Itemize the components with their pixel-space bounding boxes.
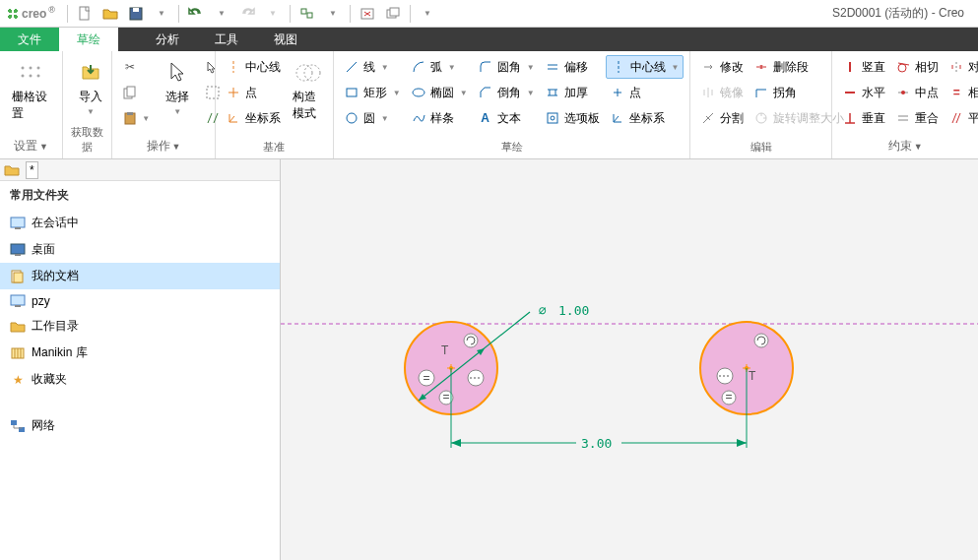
copy-button[interactable] <box>118 81 154 104</box>
title-bar: creo® ▼ ▼ ▼ ▼ ▼ S2D0001 (活动的) - Creo <box>0 0 978 28</box>
tree-item-network[interactable]: 网络 <box>0 412 280 439</box>
tree-tab-2[interactable]: * <box>26 161 38 179</box>
group-label-ops[interactable]: 操作▼ <box>118 136 209 156</box>
line-icon <box>344 59 359 75</box>
paste-button[interactable]: ▼ <box>118 106 154 130</box>
datum-centerline-button[interactable]: 中心线 <box>222 55 285 79</box>
tree-tab-1[interactable] <box>4 163 20 177</box>
save-dropdown-icon[interactable]: ▼ <box>153 5 170 23</box>
svg-point-13 <box>37 75 39 77</box>
thicken-icon <box>545 85 560 100</box>
select-button[interactable]: 选择 ▼ <box>156 55 199 120</box>
import-button[interactable]: 导入 ▼ <box>69 55 112 120</box>
group-label-settings[interactable]: 设置▼ <box>6 136 56 156</box>
equal-button[interactable]: =相等 <box>945 81 978 104</box>
close-window-icon[interactable] <box>359 5 376 23</box>
svg-point-24 <box>347 113 357 123</box>
save-icon[interactable] <box>127 5 145 23</box>
parallel-button[interactable]: 平行 <box>945 106 978 130</box>
tree-item-session[interactable]: 在会话中 <box>0 210 280 236</box>
open-file-icon[interactable] <box>101 5 119 23</box>
tree-item-workdir[interactable]: 工作目录 <box>0 313 280 340</box>
sketch-point-button[interactable]: 点 <box>606 81 685 104</box>
offset-button[interactable]: 偏移 <box>541 55 604 79</box>
rect-icon <box>344 85 359 100</box>
svg-line-40 <box>956 113 960 123</box>
datum-csys-button[interactable]: 坐标系 <box>222 106 285 130</box>
qat-customize-icon[interactable]: ▼ <box>419 5 436 23</box>
spline-button[interactable]: 样条 <box>407 106 472 130</box>
menu-sketch[interactable]: 草绘 <box>59 28 118 51</box>
windows-icon[interactable] <box>384 5 402 23</box>
import-icon <box>75 59 106 87</box>
ellipse-button[interactable]: 椭圆▼ <box>407 81 472 104</box>
coincident-button[interactable]: 重合 <box>891 106 943 130</box>
mirror-icon <box>700 85 716 100</box>
tree-item-favorites[interactable]: ★收藏夹 <box>0 366 280 393</box>
circle-icon <box>344 110 359 126</box>
tangent-button[interactable]: 相切 <box>891 55 943 79</box>
undo-icon[interactable] <box>187 5 205 23</box>
diameter-value[interactable]: 1.00 <box>558 303 589 318</box>
midpoint-button[interactable]: 中点 <box>891 81 943 104</box>
sketch-csys-button[interactable]: 坐标系 <box>606 106 685 130</box>
group-label-constrain[interactable]: 约束▼ <box>838 136 972 156</box>
symmetric-button[interactable]: 对称 <box>945 55 978 79</box>
scissors-icon: ✂ <box>122 59 138 75</box>
tree-item-documents[interactable]: 我的文档 <box>0 263 280 289</box>
svg-rect-15 <box>127 87 135 96</box>
line-button[interactable]: 线▼ <box>340 55 405 79</box>
text-button[interactable]: A文本 <box>474 106 539 130</box>
ribbon-group-grid: 栅格设置 设置▼ <box>0 51 63 158</box>
menu-analysis[interactable]: 分析 <box>138 28 197 51</box>
regen-icon[interactable] <box>298 5 316 23</box>
menu-view[interactable]: 视图 <box>256 28 315 51</box>
cut-button[interactable]: ✂ <box>118 55 154 79</box>
svg-text:=: = <box>423 371 429 385</box>
thicken-button[interactable]: 加厚 <box>541 81 604 104</box>
rect-button[interactable]: 矩形▼ <box>340 81 405 104</box>
redo-icon[interactable] <box>238 5 256 23</box>
svg-rect-46 <box>14 273 23 282</box>
sketch-canvas[interactable]: = = T = T ⌀ 1.00 3.00 <box>281 159 978 560</box>
svg-rect-53 <box>11 420 17 425</box>
menu-file[interactable]: 文件 <box>0 28 59 51</box>
delete-icon <box>753 59 769 75</box>
svg-line-39 <box>952 113 956 123</box>
palette-button[interactable]: 选项板 <box>541 106 604 130</box>
tree-item-manikin[interactable]: Manikin 库 <box>0 340 280 366</box>
sketch-centerline-button[interactable]: 中心线▼ <box>606 55 685 79</box>
tree-item-desktop[interactable]: 桌面 <box>0 236 280 263</box>
tree-item-pzy[interactable]: pzy <box>0 289 280 313</box>
construct-mode-button[interactable]: 构造模式 <box>287 55 330 126</box>
chamfer-button[interactable]: 倒角▼ <box>474 81 539 104</box>
redo-dropdown-icon[interactable]: ▼ <box>264 5 282 23</box>
modify-button[interactable]: 修改 <box>696 55 748 79</box>
datum-csys-icon <box>226 110 241 126</box>
svg-rect-44 <box>15 254 21 256</box>
undo-dropdown-icon[interactable]: ▼ <box>213 5 230 23</box>
distance-value[interactable]: 3.00 <box>581 436 612 451</box>
horizontal-button[interactable]: 水平 <box>838 81 889 104</box>
svg-rect-47 <box>11 295 25 305</box>
grid-settings-button[interactable]: 栅格设置 <box>6 55 56 126</box>
svg-rect-23 <box>347 89 357 96</box>
group-label-getdata: 获取数据 <box>69 123 105 156</box>
app-logo: creo® <box>6 7 55 21</box>
svg-point-11 <box>22 75 24 77</box>
datum-point-button[interactable]: 点 <box>222 81 285 104</box>
vertical-button[interactable]: 竖直 <box>838 55 889 79</box>
menu-tools[interactable]: 工具 <box>197 28 256 51</box>
svg-point-27 <box>551 116 554 120</box>
perpendicular-button[interactable]: 垂直 <box>838 106 889 130</box>
arc-button[interactable]: 弧▼ <box>407 55 472 79</box>
fillet-button[interactable]: 圆角▼ <box>474 55 539 79</box>
resize-icon <box>753 110 769 126</box>
divide-button[interactable]: 分割 <box>696 106 748 130</box>
folder-tree-panel: * 常用文件夹 在会话中 桌面 我的文档 pzy 工作目录 Manikin 库 … <box>0 159 281 560</box>
new-file-icon[interactable] <box>76 5 94 23</box>
spline-icon <box>411 110 426 126</box>
regen-dropdown-icon[interactable]: ▼ <box>324 5 342 23</box>
circle-button[interactable]: 圆▼ <box>340 106 405 130</box>
sketch-point-icon <box>610 85 625 100</box>
